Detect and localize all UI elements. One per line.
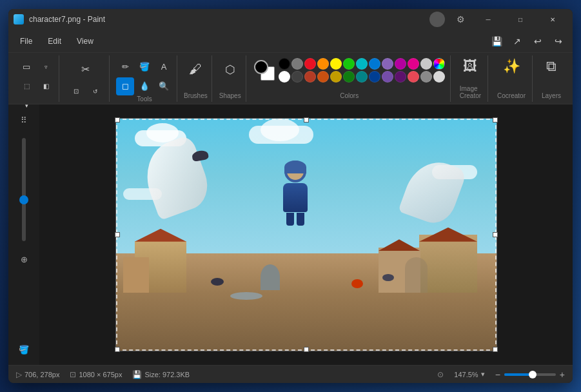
paint-bucket-sidebar[interactable]: 🪣: [14, 339, 34, 360]
zoom-slider-container[interactable]: − +: [495, 369, 565, 380]
layers-group[interactable]: ⧉ Layers: [535, 55, 567, 102]
app-icon: [14, 14, 24, 24]
shapes-group: ⬡ Shapes: [215, 55, 246, 102]
zoom-value-display: 147.5% ▾: [454, 370, 484, 378]
color-picker-tool[interactable]: 💧: [135, 77, 153, 95]
swatch-midgray[interactable]: [420, 71, 432, 83]
swatch-lightgray[interactable]: [420, 58, 432, 70]
shapes-tool[interactable]: ⬡: [219, 58, 242, 81]
dimensions-text: 1080 × 675px: [79, 371, 122, 378]
zoom-slider-track[interactable]: [504, 373, 556, 376]
cocreator-label: Cocreator: [497, 92, 526, 99]
canvas-container: [115, 118, 497, 351]
swatch-rainbow[interactable]: [433, 58, 445, 70]
user-avatar[interactable]: [429, 12, 445, 27]
zoom-dot-icon: ⊙: [437, 370, 444, 379]
text-tool[interactable]: A: [155, 58, 173, 76]
swatch-blue[interactable]: [369, 58, 380, 70]
zoom-in-icon[interactable]: +: [560, 369, 565, 380]
zoom-handle[interactable]: ⊕: [14, 249, 34, 270]
pencil-tool[interactable]: ✏: [116, 58, 134, 76]
left-sidebar: ⠿ ⊕ 🪣: [8, 104, 39, 365]
eraser-tool[interactable]: ◻: [116, 77, 134, 95]
window-title: character7.png - Paint: [29, 15, 105, 24]
canvas-area[interactable]: [39, 104, 573, 365]
image-dimensions: ⊡ 1080 × 675px: [70, 370, 122, 379]
swatch-gray[interactable]: [291, 58, 303, 70]
color-row-2: [279, 71, 445, 83]
title-bar: character7.png - Paint ⚙ ─ □ ✕: [8, 9, 573, 30]
swatch-darkgreen[interactable]: [343, 71, 355, 83]
swatch-purple[interactable]: [382, 58, 393, 70]
swatch-darkorange[interactable]: [317, 71, 329, 83]
close-button[interactable]: ✕: [538, 9, 567, 30]
crop-tool[interactable]: ✂: [74, 58, 97, 81]
swatch-red[interactable]: [304, 58, 316, 70]
layers-label: Layers: [542, 92, 561, 99]
swatch-darkyellow[interactable]: [330, 71, 342, 83]
rectangular-select-tool[interactable]: ▭: [17, 58, 35, 76]
swatch-white[interactable]: [279, 71, 290, 83]
swatch-orange[interactable]: [317, 58, 329, 70]
select-dropdown[interactable]: ▿: [37, 58, 55, 76]
swatch-darkblue[interactable]: [369, 71, 380, 83]
undo-button[interactable]: ↩: [529, 32, 547, 50]
canvas-image: [116, 119, 497, 351]
brushes-tool[interactable]: 🖌: [184, 58, 207, 81]
swatch-darkviolet[interactable]: [395, 71, 406, 83]
swatch-darkcyan[interactable]: [356, 71, 368, 83]
file-size: 💾 Size: 972.3KB: [132, 370, 190, 379]
zoom-slider-thumb[interactable]: [529, 371, 537, 378]
select-all-tool[interactable]: ◧: [37, 77, 55, 95]
menu-bar: File Edit View 💾 ↗ ↩ ↪: [8, 30, 573, 53]
swatch-pink[interactable]: [408, 58, 419, 70]
resize-tool[interactable]: ⊡: [67, 83, 85, 101]
swatch-green[interactable]: [343, 58, 355, 70]
invert-select-tool[interactable]: ▾: [17, 97, 35, 115]
dimensions-icon: ⊡: [70, 370, 76, 379]
cursor-icon: ▷: [16, 370, 22, 379]
cursor-coords: 706, 278px: [25, 371, 59, 378]
rotate-tool[interactable]: ↺: [86, 83, 104, 101]
shapes-label: Shapes: [219, 92, 241, 99]
swatch-darkred[interactable]: [304, 71, 316, 83]
menu-file[interactable]: File: [14, 34, 39, 48]
maximize-button[interactable]: □: [506, 9, 535, 30]
cocreator-icon: ✨: [503, 58, 520, 75]
status-bar: ▷ 706, 278px ⊡ 1080 × 675px 💾 Size: 972.…: [8, 365, 573, 383]
brushes-label: Brushes: [184, 92, 208, 99]
colors-label: Colors: [254, 92, 445, 99]
swatch-darkgray[interactable]: [291, 71, 303, 83]
menu-edit[interactable]: Edit: [41, 34, 68, 48]
swatch-black[interactable]: [279, 58, 290, 70]
brushes-group: 🖌 Brushes: [180, 55, 212, 102]
fill-tool[interactable]: 🪣: [135, 58, 153, 76]
save-button[interactable]: 💾: [487, 32, 506, 50]
image-group: ✂ ⊡ ↺ ▾ ⇔ ▸ Image: [62, 55, 110, 102]
swatch-cyan[interactable]: [356, 58, 368, 70]
zoom-indicator: ⊙: [437, 370, 444, 379]
colors-group: Colors: [249, 55, 451, 102]
settings-icon[interactable]: ⚙: [453, 12, 468, 27]
cocreator-group[interactable]: ✨ Cocreator: [491, 55, 533, 102]
minimize-button[interactable]: ─: [473, 9, 503, 30]
tools-label: Tools: [137, 95, 152, 103]
image-creator-group[interactable]: 🖼 Image Creator: [453, 55, 488, 102]
selection-group: ▭ ▿ ⬚ ◧ ▾ ▸ Selection: [14, 55, 59, 102]
redo-button[interactable]: ↪: [549, 32, 567, 50]
zoom-out-icon[interactable]: −: [495, 369, 500, 380]
app-window: character7.png - Paint ⚙ ─ □ ✕ File Edit…: [8, 9, 573, 383]
zoom-tool[interactable]: 🔍: [155, 77, 173, 95]
zoom-thumb[interactable]: [19, 195, 28, 204]
swatch-yellow[interactable]: [330, 58, 342, 70]
zoom-chevron[interactable]: ▾: [481, 370, 485, 378]
share-button[interactable]: ↗: [508, 32, 526, 50]
swatch-violet[interactable]: [395, 58, 406, 70]
swatch-darkpurple[interactable]: [382, 71, 393, 83]
swatch-verylightgray[interactable]: [433, 71, 445, 83]
swatch-lightred[interactable]: [408, 71, 419, 83]
freeform-select-tool[interactable]: ⬚: [17, 77, 35, 95]
cursor-position: ▷ 706, 278px: [16, 370, 59, 379]
menu-view[interactable]: View: [70, 34, 100, 48]
zoom-track[interactable]: [22, 138, 26, 241]
